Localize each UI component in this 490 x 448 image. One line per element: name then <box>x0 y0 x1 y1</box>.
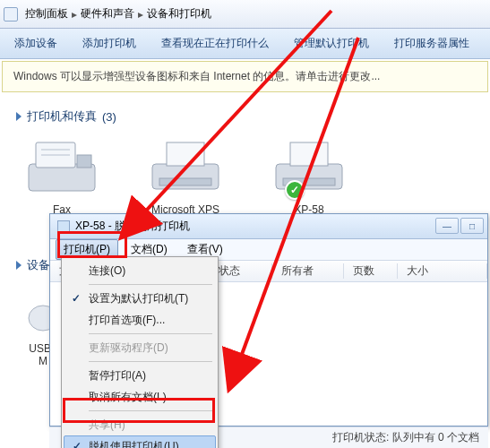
breadcrumb[interactable]: 控制面板 ▸ 硬件和声音 ▸ 设备和打印机 <box>21 4 215 23</box>
device-xp58[interactable]: ✓ XP-58 <box>269 137 349 216</box>
device-fax[interactable]: Fax <box>21 137 102 216</box>
chevron-right-icon: ▸ <box>72 8 77 21</box>
printers-row: Fax Microsoft XPS ✓ XP-58 <box>16 134 474 225</box>
col-status[interactable]: 状态 <box>210 263 272 279</box>
menu-pause[interactable]: 暂停打印(A) <box>64 365 216 386</box>
cmd-server-props[interactable]: 打印服务器属性 <box>394 36 469 51</box>
check-icon: ✓ <box>70 439 84 448</box>
device-xps[interactable]: Microsoft XPS <box>145 137 226 216</box>
section-title: 打印机和传真 <box>27 108 97 125</box>
expand-icon <box>16 261 21 270</box>
cmd-add-device[interactable]: 添加设备 <box>14 36 57 51</box>
col-size[interactable]: 大小 <box>398 263 487 279</box>
printer-icon <box>147 137 224 198</box>
menu-separator <box>89 333 212 334</box>
svg-rect-9 <box>290 142 328 166</box>
menu-separator <box>89 361 212 362</box>
svg-rect-7 <box>159 178 211 185</box>
breadcrumb-seg[interactable]: 硬件和声音 <box>81 6 134 22</box>
menu-update-driver: 更新驱动程序(D) <box>64 337 216 358</box>
section-count: (3) <box>102 110 116 124</box>
check-icon: ✓ <box>69 291 83 306</box>
breadcrumb-seg[interactable]: 控制面板 <box>25 6 68 22</box>
breadcrumb-seg[interactable]: 设备和打印机 <box>147 6 211 22</box>
window-controls: — □ <box>435 218 484 234</box>
cmd-manage-default[interactable]: 管理默认打印机 <box>294 36 369 51</box>
chevron-right-icon: ▸ <box>138 8 143 21</box>
menu-set-default[interactable]: ✓ 设置为默认打印机(T) <box>64 288 216 309</box>
maximize-button[interactable]: □ <box>460 218 484 234</box>
svg-rect-2 <box>77 155 91 168</box>
menu-separator <box>89 284 212 285</box>
section-printers-header[interactable]: 打印机和传真 (3) <box>16 108 474 125</box>
section-title: 设备 <box>27 257 50 273</box>
menu-preferences[interactable]: 打印首选项(F)... <box>64 309 216 331</box>
nav-back-icon[interactable] <box>4 7 18 22</box>
info-bar[interactable]: Windows 可以显示增强型设备图标和来自 Internet 的信息。请单击进… <box>2 61 488 92</box>
command-bar: 添加设备 添加打印机 查看现在正在打印什么 管理默认打印机 打印服务器属性 <box>0 29 490 59</box>
annotation-box-2 <box>63 398 215 423</box>
default-check-icon: ✓ <box>285 180 305 200</box>
fax-icon <box>23 137 100 198</box>
menu-connect[interactable]: 连接(O) <box>64 260 216 281</box>
status-text: 打印机状态: 队列中有 0 个文档 <box>332 430 479 445</box>
minimize-button[interactable]: — <box>435 218 459 234</box>
menu-offline[interactable]: ✓ 脱机使用打印机(U) <box>64 435 216 448</box>
annotation-box-1 <box>57 231 127 258</box>
printer-icon <box>271 137 348 198</box>
expand-icon <box>16 112 21 121</box>
svg-rect-6 <box>167 142 204 166</box>
cmd-add-printer[interactable]: 添加打印机 <box>82 36 136 51</box>
cmd-see-printing[interactable]: 查看现在正在打印什么 <box>161 36 269 51</box>
col-pages[interactable]: 页数 <box>344 263 398 279</box>
col-owner[interactable]: 所有者 <box>272 263 344 279</box>
address-bar: 控制面板 ▸ 硬件和声音 ▸ 设备和打印机 <box>0 0 490 29</box>
